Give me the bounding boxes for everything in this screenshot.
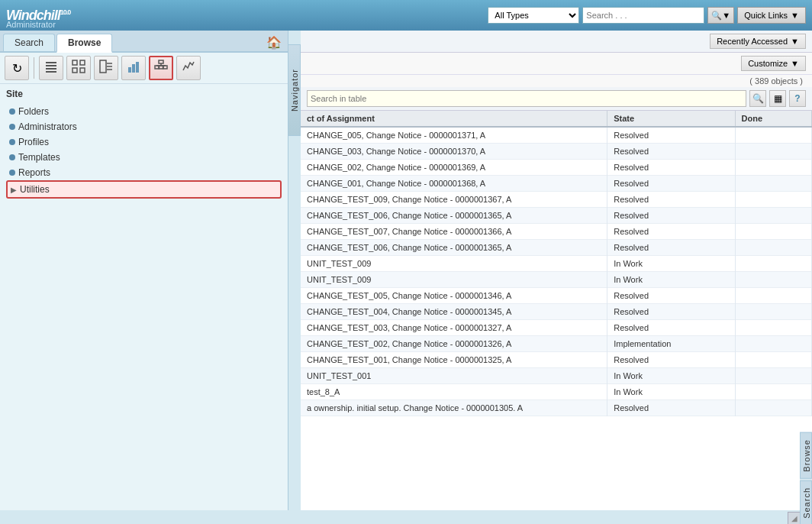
- cell-state: Resolved: [607, 320, 735, 336]
- chart-button[interactable]: [121, 56, 146, 80]
- cell-done: [735, 160, 811, 176]
- table-search-icon: 🔍: [752, 93, 764, 104]
- side-tab-browse[interactable]: Browse: [800, 432, 812, 479]
- tree-item-label: Profiles: [18, 137, 49, 147]
- svg-rect-14: [136, 62, 139, 73]
- report-icon: [182, 60, 195, 76]
- report-button[interactable]: [176, 56, 201, 80]
- table-row[interactable]: CHANGE_002, Change Notice - 0000001369, …: [301, 160, 812, 176]
- tab-search[interactable]: Search: [3, 34, 55, 51]
- tree-item-administrators[interactable]: Administrators: [6, 119, 282, 134]
- type-select[interactable]: All Types: [488, 7, 579, 24]
- site-tree: Folders Administrators Profiles Template…: [0, 101, 288, 202]
- table-body: CHANGE_005, Change Notice - 0000001371, …: [301, 127, 812, 416]
- table-row[interactable]: a ownership. initial setup. Change Notic…: [301, 400, 812, 416]
- main-layout: Search Browse 🏠 ↻: [0, 31, 812, 510]
- table-row[interactable]: CHANGE_TEST_003, Change Notice - 0000001…: [301, 320, 812, 336]
- cell-assignment: CHANGE_002, Change Notice - 0000001369, …: [301, 160, 607, 176]
- structure-icon: [154, 60, 168, 76]
- top-search-button[interactable]: 🔍 ▼: [707, 7, 734, 24]
- cell-state: Resolved: [607, 352, 735, 368]
- svg-rect-20: [163, 66, 167, 69]
- cell-state: Resolved: [607, 160, 735, 176]
- list-view-button[interactable]: [39, 56, 63, 80]
- refresh-button[interactable]: ↻: [5, 56, 29, 80]
- cell-state: Resolved: [607, 127, 735, 144]
- search-in-table-input[interactable]: [307, 90, 746, 107]
- svg-rect-3: [46, 71, 56, 73]
- tab-browse[interactable]: Browse: [56, 34, 112, 53]
- table-search-button[interactable]: 🔍: [749, 90, 766, 107]
- table-row[interactable]: UNIT_TEST_009 In Work: [301, 272, 812, 288]
- table-row[interactable]: CHANGE_TEST_005, Change Notice - 0000001…: [301, 288, 812, 304]
- side-tab-search[interactable]: Search: [800, 480, 812, 524]
- table-row[interactable]: CHANGE_TEST_007, Change Notice - 0000001…: [301, 224, 812, 240]
- svg-rect-2: [46, 68, 56, 70]
- thumbnail-icon: [72, 60, 85, 76]
- cell-done: [735, 240, 811, 256]
- cell-done: [735, 336, 811, 352]
- thumbnail-view-button[interactable]: [66, 56, 91, 80]
- details-icon: [99, 60, 113, 76]
- cell-assignment: CHANGE_TEST_007, Change Notice - 0000001…: [301, 224, 607, 240]
- customize-bar: Customize ▼: [301, 53, 812, 75]
- tree-item-profiles[interactable]: Profiles: [6, 134, 282, 150]
- refresh-icon: ↻: [12, 61, 22, 76]
- tree-item-label: Utilities: [20, 184, 50, 195]
- cell-assignment: UNIT_TEST_001: [301, 368, 607, 384]
- tree-item-utilities[interactable]: ▶ Utilities: [6, 180, 282, 199]
- home-button[interactable]: 🏠: [263, 34, 285, 51]
- cell-state: In Work: [607, 256, 735, 272]
- help-icon: ?: [794, 93, 800, 104]
- table-help-button[interactable]: ?: [789, 90, 806, 107]
- resize-handle[interactable]: ◢: [788, 512, 800, 524]
- cell-assignment: a ownership. initial setup. Change Notic…: [301, 400, 607, 416]
- structure-view-button[interactable]: [149, 56, 173, 80]
- tree-item-templates[interactable]: Templates: [6, 150, 282, 165]
- table-row[interactable]: test_8_A In Work: [301, 384, 812, 400]
- quick-links-button[interactable]: Quick Links ▼: [737, 7, 806, 24]
- cell-state: Resolved: [607, 144, 735, 160]
- cell-state: Resolved: [607, 176, 735, 192]
- cell-assignment: CHANGE_TEST_003, Change Notice - 0000001…: [301, 320, 607, 336]
- table-row[interactable]: CHANGE_TEST_004, Change Notice - 0000001…: [301, 304, 812, 320]
- cell-assignment: CHANGE_TEST_006, Change Notice - 0000001…: [301, 240, 607, 256]
- svg-rect-13: [132, 64, 135, 73]
- table-row[interactable]: UNIT_TEST_009 In Work: [301, 256, 812, 272]
- col-header-assignment: ct of Assignment: [301, 111, 607, 127]
- bottom-side-tabs: Browse Search: [800, 432, 812, 524]
- recently-accessed-button[interactable]: Recently Accessed ▼: [710, 34, 806, 49]
- search-icon: 🔍: [711, 11, 722, 21]
- chart-icon: [127, 60, 140, 76]
- table-row[interactable]: CHANGE_TEST_006, Change Notice - 0000001…: [301, 208, 812, 224]
- table-options-icon: ▦: [774, 93, 782, 104]
- recently-accessed-label: Recently Accessed: [717, 37, 788, 46]
- table-row[interactable]: CHANGE_TEST_001, Change Notice - 0000001…: [301, 352, 812, 368]
- cell-state: In Work: [607, 368, 735, 384]
- cell-state: Resolved: [607, 192, 735, 208]
- data-table[interactable]: ct of Assignment State Done CHANGE_005, …: [301, 111, 812, 510]
- table-options-button[interactable]: ▦: [769, 90, 786, 107]
- navigator-tab[interactable]: Navigator: [288, 44, 301, 136]
- tree-item-reports[interactable]: Reports: [6, 165, 282, 180]
- table-row[interactable]: CHANGE_001, Change Notice - 0000001368, …: [301, 176, 812, 192]
- table-row[interactable]: CHANGE_TEST_002, Change Notice - 0000001…: [301, 336, 812, 352]
- toolbar: ↻: [0, 53, 288, 84]
- administrators-dot-icon: [9, 124, 15, 130]
- customize-button[interactable]: Customize ▼: [741, 56, 806, 71]
- top-search-input[interactable]: [582, 7, 704, 24]
- cell-assignment: CHANGE_TEST_004, Change Notice - 0000001…: [301, 304, 607, 320]
- tree-item-folders[interactable]: Folders: [6, 104, 282, 119]
- table-row[interactable]: CHANGE_003, Change Notice - 0000001370, …: [301, 144, 812, 160]
- table-row[interactable]: CHANGE_005, Change Notice - 0000001371, …: [301, 127, 812, 144]
- cell-assignment: UNIT_TEST_009: [301, 256, 607, 272]
- svg-rect-7: [80, 68, 85, 73]
- cell-done: [735, 144, 811, 160]
- profiles-dot-icon: [9, 139, 15, 145]
- cell-state: Resolved: [607, 304, 735, 320]
- results-table: ct of Assignment State Done CHANGE_005, …: [301, 111, 812, 416]
- table-row[interactable]: CHANGE_TEST_006, Change Notice - 0000001…: [301, 240, 812, 256]
- table-row[interactable]: UNIT_TEST_001 In Work: [301, 368, 812, 384]
- table-row[interactable]: CHANGE_TEST_009, Change Notice - 0000001…: [301, 192, 812, 208]
- details-view-button[interactable]: [94, 56, 118, 80]
